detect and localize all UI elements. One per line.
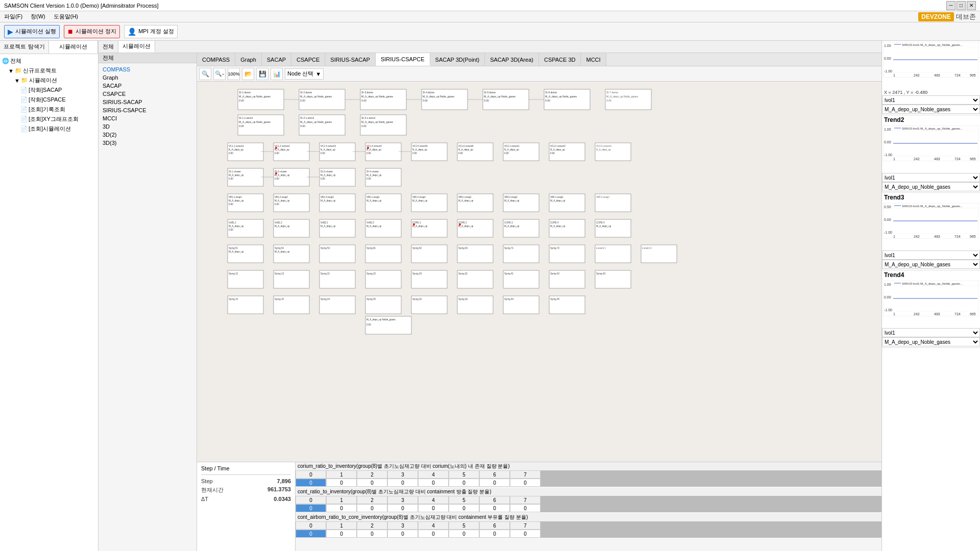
sim-stop-button[interactable]: ⏹ 시뮬레이션 정지	[64, 25, 120, 38]
minimize-button[interactable]: ─	[946, 1, 955, 10]
nav-all[interactable]: 전체	[99, 41, 118, 53]
trend-4-select2[interactable]: M_A_depo_up_Noble_gases	[882, 337, 980, 346]
tab-cspace-3d[interactable]: CSPACE 3D	[539, 53, 581, 66]
tree-cspace-doc[interactable]: 📄 [작화]CSPACE	[2, 95, 96, 105]
sim-nav-mcci[interactable]: MCCI	[99, 114, 197, 122]
tab-sacap-3d-area[interactable]: SACAP 3D(Area)	[485, 53, 539, 66]
val-7: 0	[510, 479, 541, 487]
trend-2-select2[interactable]: M_A_depo_up_Noble_gases	[882, 182, 980, 191]
tab-simulation[interactable]: 시뮬레이션	[49, 41, 98, 54]
doc5-icon: 📄	[20, 126, 28, 132]
tree-record-doc[interactable]: 📄 [조회]기록조회	[2, 105, 96, 114]
tree-cspace-label: [작화]CSPACE	[29, 96, 66, 104]
sim-stop-label: 시뮬레이션 정지	[76, 28, 116, 35]
tab-sirius-sacap[interactable]: SIRIUS-SACAP	[325, 53, 376, 66]
trend-3-svg: 0.50 0.00 -1.00 1 242 483 724 965 SIRIUS…	[883, 203, 979, 239]
close-button[interactable]: ✕	[967, 1, 976, 10]
trend-4-select1[interactable]: lvol1	[882, 328, 980, 337]
sim-panel: 전체 COMPASS Graph SACAP CSAPCE SIRIUS-SAC…	[99, 53, 881, 551]
sim-nav-sirius-csapce[interactable]: SIRIUS-CSAPCE	[99, 106, 197, 114]
trend-3-select2[interactable]: M_A_depo_up_Noble_gases	[882, 260, 980, 269]
svg-text:N_A_depo_up: N_A_depo_up	[458, 148, 473, 151]
sim-nav-graph[interactable]: Graph	[99, 73, 197, 82]
trend-3-select1[interactable]: lvol1	[882, 251, 980, 260]
svg-text:965: 965	[970, 235, 976, 238]
tab-sacap-3d-point[interactable]: SACAP 3D(Point)	[430, 53, 485, 66]
sim-nav-3d2[interactable]: 3D(2)	[99, 131, 197, 139]
tab-sirius-csapce[interactable]: SIRIUS-CSAPCE	[376, 53, 430, 66]
sim-run-button[interactable]: ▶ 시뮬레이션 실행	[4, 25, 60, 38]
tree-all[interactable]: 🌐 전체	[2, 56, 96, 66]
tree-new-project[interactable]: ▼ 📁 신규프로젝트	[2, 66, 96, 76]
save-button[interactable]: 💾	[256, 68, 268, 80]
open-button[interactable]: 📂	[242, 68, 254, 80]
globe-icon: 🌐	[2, 58, 9, 64]
chart-button[interactable]: 📊	[271, 68, 283, 80]
svg-text:Syrng 15: Syrng 15	[275, 298, 284, 300]
trend-2-select1[interactable]: lvol1	[882, 173, 980, 182]
sim-nav-compass[interactable]: COMPASS	[99, 65, 197, 73]
t3-col-7: 7	[510, 521, 541, 530]
tree-xy-doc[interactable]: 📄 [조회]XY그래프조회	[2, 114, 96, 124]
svg-text:1: 1	[893, 312, 895, 316]
node-select-label: Node 선택	[287, 70, 313, 78]
zoom-in-button[interactable]: 🔍	[199, 68, 211, 80]
sim-nav-3d3[interactable]: 3D(3)	[99, 139, 197, 147]
svg-text:Syrng 42: Syrng 42	[550, 272, 560, 275]
menu-file[interactable]: 파일(F)	[4, 13, 22, 20]
svg-text:Syrng 24: Syrng 24	[321, 298, 330, 300]
graph-canvas[interactable]: SI-1 dome M_A_depo_up Node_gases 0.00 SI…	[197, 82, 881, 462]
t2-col-0: 0	[296, 496, 326, 504]
t2-col-2: 2	[357, 496, 387, 504]
sim-nav-3d[interactable]: 3D	[99, 122, 197, 131]
trend-1-select2[interactable]: M_A_depo_up_Noble_gases	[882, 105, 980, 114]
data-table-2-header-row: 0 1 2 3 4 5 6 7	[296, 496, 881, 504]
svg-text:1: 1	[893, 73, 895, 77]
svg-text:Syrng 32: Syrng 32	[412, 298, 422, 300]
svg-text:0.00: 0.00	[884, 218, 891, 221]
tab-mcci[interactable]: MCCI	[581, 53, 606, 66]
t3-val-4: 0	[418, 530, 449, 538]
trend-1-select1[interactable]: lvol1	[882, 95, 980, 105]
tab-compass[interactable]: COMPASS	[197, 53, 235, 66]
val-4: 0	[418, 479, 449, 487]
devzone-text: 데브존	[956, 12, 976, 21]
trend-3-section: Trend3 0.50 0.00 -1.00 1 242 483 724 965	[882, 193, 980, 270]
col-0: 0	[296, 470, 326, 479]
svg-text:0.00: 0.00	[412, 152, 417, 155]
tab-csapce[interactable]: CSAPCE	[291, 53, 325, 66]
svg-text:SI-3 s-annul: SI-3 s-annul	[361, 116, 375, 119]
svg-text:SI-6 dome: SI-6 dome	[545, 91, 557, 94]
tab-sacap[interactable]: SACAP	[262, 53, 291, 66]
node-select-dropdown[interactable]: Node 선택 ▼	[285, 68, 324, 80]
svg-text:SIRIUS-lvol1-M_A_depo_up_Noble: SIRIUS-lvol1-M_A_depo_up_Noble_gases...	[902, 205, 963, 208]
tab-graph[interactable]: Graph	[235, 53, 262, 66]
sim-nav-sacap[interactable]: SACAP	[99, 82, 197, 90]
t2-val-2: 0	[357, 504, 387, 512]
nav-tabs: 전체 시뮬레이션	[99, 41, 881, 53]
folder-icon: 📁	[15, 67, 22, 74]
tree-sim-doc[interactable]: 📄 [조회]시뮬레이션	[2, 124, 96, 134]
svg-text:483: 483	[934, 157, 940, 161]
tab-project-explorer[interactable]: 프로젝트 탐색기	[0, 41, 49, 54]
t3-val-3: 0	[387, 530, 418, 538]
trend-1-coord: X = 2471 , Y = -0.480	[882, 89, 980, 95]
maximize-button[interactable]: □	[957, 1, 966, 10]
tree-sacap-doc[interactable]: 📄 [작화]SACAP	[2, 85, 96, 95]
t2-col-1: 1	[326, 496, 357, 504]
zoom-out-button[interactable]: 🔍-	[213, 68, 226, 80]
menu-window[interactable]: 창(W)	[31, 13, 45, 20]
svg-text:242: 242	[914, 157, 920, 161]
tree-simulation[interactable]: ▼ 📁 시뮬레이션	[2, 76, 96, 85]
nav-simulation[interactable]: 시뮬레이션	[118, 41, 155, 53]
svg-text:0.00: 0.00	[275, 178, 279, 180]
mpi-settings-button[interactable]: 👤 MPI 계정 설정	[124, 25, 178, 38]
trend-1-svg: 1.00 0.00 -1.00 1 242 483 724 965	[883, 42, 979, 78]
sim-nav-sirius-sacap[interactable]: SIRIUS-SACAP	[99, 98, 197, 106]
svg-text:-1.00: -1.00	[884, 308, 892, 312]
svg-text:SIRIUS-lvol1-M_A_depo_up_Noble: SIRIUS-lvol1-M_A_depo_up_Noble_gases...	[902, 43, 963, 46]
fit-button[interactable]: 100%	[228, 68, 240, 80]
sim-nav-csapce[interactable]: CSAPCE	[99, 90, 197, 98]
menu-help[interactable]: 도움말(H)	[54, 13, 78, 20]
svg-text:N_A_depo_up: N_A_depo_up	[366, 148, 381, 151]
